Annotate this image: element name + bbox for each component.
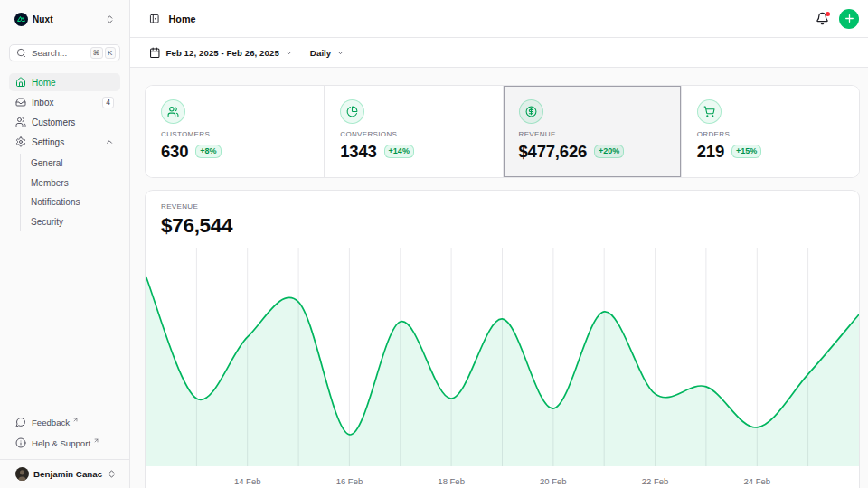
search-icon [16, 48, 26, 58]
x-axis-tick: 16 Feb [336, 476, 363, 486]
settings-sub-list: General Members Notifications Security [20, 154, 120, 231]
nuxt-logo [14, 13, 28, 26]
stat-card-orders[interactable]: ORDERS 219 +15% [681, 86, 859, 177]
stat-value: $477,626 [519, 142, 588, 161]
info-circle-icon [15, 437, 26, 448]
message-circle-icon [15, 417, 26, 427]
users-icon [15, 117, 26, 127]
sidebar-footer-links: Feedback Help & Support [9, 413, 120, 459]
sidebar-item-label: Customers [32, 117, 75, 127]
sidebar-item-notifications[interactable]: Notifications [21, 192, 120, 212]
filters-toolbar: Feb 12, 2025 - Feb 26, 2025 Daily [130, 38, 868, 68]
chart-svg [146, 248, 859, 466]
stat-delta-badge: +20% [594, 145, 624, 158]
stat-card-revenue[interactable]: REVENUE $477,626 +20% [503, 86, 681, 177]
chart-header: REVENUE $76,544 [146, 191, 859, 248]
inbox-count-badge: 4 [102, 97, 114, 108]
external-link-icon [72, 417, 79, 423]
sidebar-item-label: Inbox [32, 98, 53, 108]
pie-chart-icon [340, 99, 364, 124]
notifications-button[interactable] [816, 12, 829, 25]
stat-delta-badge: +15% [731, 145, 761, 158]
stat-delta-badge: +14% [384, 145, 414, 158]
sidebar-item-settings[interactable]: Settings [9, 133, 120, 151]
x-axis-tick: 24 Feb [743, 476, 770, 486]
search-input[interactable]: Search... ⌘ K [9, 44, 120, 61]
sidebar-item-customers[interactable]: Customers [9, 113, 120, 131]
shopping-cart-icon [697, 99, 722, 124]
stat-label: REVENUE [519, 130, 666, 138]
dollar-icon [519, 99, 543, 124]
plus-icon [844, 13, 855, 24]
user-menu[interactable]: Benjamin Canac [0, 459, 129, 488]
x-axis-tick: 20 Feb [540, 476, 567, 486]
chart-value: $76,544 [161, 214, 844, 238]
avatar [15, 467, 29, 481]
x-axis-tick: 18 Feb [438, 476, 465, 486]
sidebar-item-label: Settings [32, 137, 64, 147]
feedback-link[interactable]: Feedback [9, 413, 120, 431]
content-area: CUSTOMERS 630 +8% CONVERSIONS 1343 +14% [130, 68, 868, 488]
x-axis-tick: 22 Feb [642, 476, 669, 486]
sidebar-item-inbox[interactable]: Inbox 4 [9, 93, 120, 111]
collapse-sidebar-icon[interactable] [149, 14, 160, 24]
chevron-up-icon [105, 137, 114, 146]
help-support-link[interactable]: Help & Support [9, 434, 120, 452]
stat-value: 630 [161, 142, 188, 161]
stat-label: CUSTOMERS [161, 130, 309, 138]
stat-card-customers[interactable]: CUSTOMERS 630 +8% [146, 86, 324, 177]
chevron-down-icon [336, 49, 344, 57]
workspace-switcher[interactable]: Nuxt [9, 9, 120, 29]
chevrons-up-down-icon [105, 14, 115, 24]
inbox-icon [15, 97, 26, 108]
gear-icon [15, 136, 26, 147]
revenue-area-chart[interactable] [146, 248, 859, 466]
stat-card-conversions[interactable]: CONVERSIONS 1343 +14% [324, 86, 502, 177]
stats-row: CUSTOMERS 630 +8% CONVERSIONS 1343 +14% [146, 86, 859, 177]
chevron-down-icon [285, 49, 293, 57]
search-placeholder: Search... [32, 48, 90, 58]
app-root: Nuxt Search... ⌘ K Home [0, 0, 868, 488]
stat-value: 1343 [340, 142, 376, 161]
notification-dot [826, 12, 830, 16]
x-axis-tick: 14 Feb [234, 476, 261, 486]
users-icon [161, 99, 185, 124]
sidebar-nav: Home Inbox 4 Customers Settings [9, 73, 120, 233]
sidebar-item-label: Home [32, 78, 56, 88]
kbd-k: K [105, 47, 117, 59]
sidebar-item-members[interactable]: Members [21, 174, 120, 193]
period-label: Daily [310, 48, 331, 58]
chevrons-up-down-icon [107, 469, 117, 479]
chart-x-axis: 14 Feb16 Feb18 Feb20 Feb22 Feb24 Feb [146, 466, 859, 488]
period-select[interactable]: Daily [310, 48, 344, 58]
sidebar-item-general[interactable]: General [21, 154, 120, 174]
workspace-name: Nuxt [33, 14, 53, 24]
add-button[interactable] [839, 9, 859, 29]
main-panel: Home Feb 12, 2025 - Feb 26, 2025 [130, 0, 868, 488]
feedback-label: Feedback [32, 418, 70, 427]
stat-value: 219 [697, 142, 724, 161]
calendar-icon [149, 47, 161, 59]
chart-label: REVENUE [161, 202, 844, 211]
revenue-chart-card: REVENUE $76,544 14 Feb16 Feb18 Feb20 Feb… [146, 191, 859, 488]
help-support-label: Help & Support [32, 438, 90, 448]
user-name: Benjamin Canac [33, 469, 102, 479]
stat-label: CONVERSIONS [340, 130, 487, 138]
kbd-meta: ⌘ [90, 47, 103, 59]
sidebar: Nuxt Search... ⌘ K Home [0, 0, 130, 488]
date-range-picker[interactable]: Feb 12, 2025 - Feb 26, 2025 [149, 47, 293, 59]
date-range-label: Feb 12, 2025 - Feb 26, 2025 [166, 48, 279, 58]
home-icon [15, 77, 26, 88]
stat-delta-badge: +8% [195, 145, 221, 158]
page-header: Home [130, 0, 868, 38]
sidebar-item-home[interactable]: Home [9, 73, 120, 91]
stat-label: ORDERS [697, 130, 844, 138]
external-link-icon [93, 437, 99, 444]
sidebar-item-security[interactable]: Security [21, 212, 120, 232]
page-title: Home [169, 14, 196, 24]
